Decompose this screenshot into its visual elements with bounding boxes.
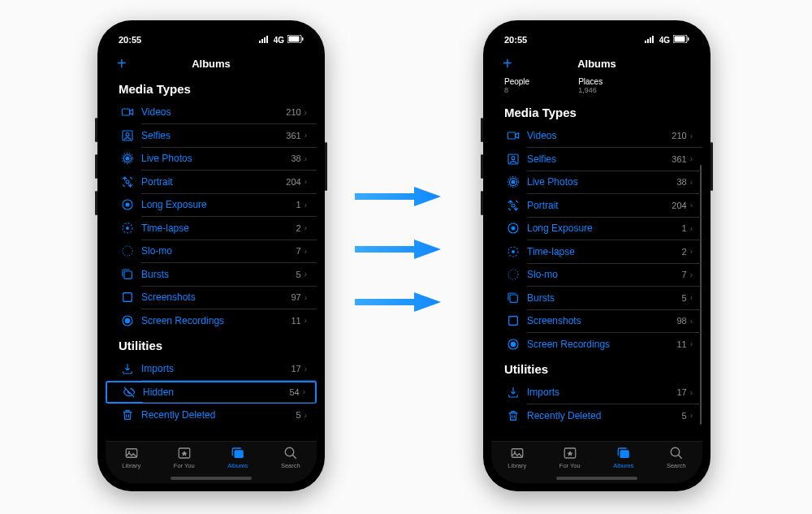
row-longexp[interactable]: Long Exposure1› [491,217,702,240]
row-recording[interactable]: Screen Recordings11› [491,333,702,356]
chevron-icon: › [304,270,307,279]
arrow-2 [353,240,443,259]
row-live[interactable]: Live Photos38› [106,147,317,171]
slomo-icon [504,268,522,281]
row-import[interactable]: Imports17› [106,357,317,381]
tab-for-you[interactable]: For You [174,446,195,469]
row-label: Long Exposure [136,199,296,210]
row-label: Long Exposure [522,222,682,234]
svg-point-42 [512,204,515,207]
row-recording[interactable]: Screen Recordings11› [106,309,317,333]
battery-icon [287,35,304,45]
row-screenshot[interactable]: Screenshots98› [491,309,702,333]
import-icon [504,386,522,399]
chevron-icon: › [690,247,693,256]
svg-rect-35 [688,37,689,41]
row-video[interactable]: Videos210› [491,124,702,148]
row-live[interactable]: Live Photos38› [491,171,702,194]
row-selfie[interactable]: Selfies361› [491,148,702,171]
tab-label: Library [508,462,526,469]
svg-rect-21 [123,293,132,302]
people-places-row[interactable]: People 8 Places 1,946 [491,76,702,99]
svg-rect-5 [289,37,300,42]
row-timelapse[interactable]: Time-lapse2› [491,240,702,264]
navbar-title: Albums [577,58,616,70]
tab-library[interactable]: Library [508,446,526,469]
live-icon [119,152,136,165]
row-trash[interactable]: Recently Deleted5› [106,404,317,427]
row-label: Recently Deleted [136,409,296,421]
row-label: Live Photos [522,176,676,188]
row-count: 5 [682,411,687,421]
arrow-3 [353,292,443,312]
row-count: 5 [296,410,301,420]
row-count: 5 [682,293,687,303]
row-count: 17 [291,364,300,374]
chevron-icon: › [304,293,307,302]
chevron-icon: › [304,247,307,256]
chevron-icon: › [303,387,305,396]
row-video[interactable]: Videos210› [106,101,317,124]
tab-albums[interactable]: Albums [227,446,248,469]
portrait-icon [119,175,136,188]
tab-label: For You [174,462,195,469]
home-indicator[interactable] [556,477,637,480]
content[interactable]: Media Types Videos210›Selfies361›Live Ph… [106,76,317,441]
chevron-icon: › [304,411,307,420]
tab-library[interactable]: Library [122,446,140,469]
screen-left: 20:55 4G + Albums Media Types Videos210›… [106,28,317,483]
chevron-icon: › [690,132,693,140]
tab-label: Search [281,462,300,469]
row-screenshot[interactable]: Screenshots97› [106,286,317,309]
people-count: 8 [504,86,529,94]
svg-point-28 [285,447,294,456]
row-hidden[interactable]: Hidden54› [106,381,317,404]
svg-point-52 [511,342,515,346]
svg-rect-19 [124,271,132,279]
row-count: 11 [291,316,300,326]
section-media-types: Media Types [106,76,317,101]
row-import[interactable]: Imports17› [491,381,702,404]
row-count: 204 [286,177,300,187]
network-label: 4G [659,36,670,45]
svg-point-47 [508,270,518,279]
svg-point-14 [126,203,129,206]
row-slomo[interactable]: Slo-mo7› [491,263,702,287]
tab-albums[interactable]: Albums [613,446,633,469]
row-longexp[interactable]: Long Exposure1› [106,193,317,217]
row-count: 7 [682,270,687,279]
chevron-icon: › [690,224,693,233]
row-selfie[interactable]: Selfies361› [106,124,317,148]
home-indicator[interactable] [171,477,252,480]
svg-rect-48 [510,295,517,302]
row-portrait[interactable]: Portrait204› [106,171,317,194]
status-right: 4G [259,35,304,45]
row-count: 361 [286,131,300,140]
row-count: 1 [296,200,301,209]
row-trash[interactable]: Recently Deleted5› [491,404,702,428]
svg-rect-7 [122,109,129,115]
add-button[interactable]: + [117,55,127,71]
row-bursts[interactable]: Bursts5› [106,263,317,287]
row-portrait[interactable]: Portrait204› [491,194,702,218]
content[interactable]: People 8 Places 1,946 Media Types Videos… [491,76,702,441]
chevron-icon: › [304,177,307,186]
svg-point-38 [512,156,515,159]
chevron-icon: › [690,178,693,187]
row-slomo[interactable]: Slo-mo7› [106,240,317,263]
svg-point-46 [512,250,515,253]
svg-rect-30 [647,39,649,43]
tab-search[interactable]: Search [667,446,686,469]
phone-left: 20:55 4G + Albums Media Types Videos210›… [97,20,325,491]
row-timelapse[interactable]: Time-lapse2› [106,217,317,240]
tab-for-you[interactable]: For You [559,446,581,469]
tab-icon [563,446,577,460]
row-label: Screenshots [136,292,291,303]
add-button[interactable]: + [503,55,512,71]
video-icon [504,129,522,142]
svg-rect-8 [123,131,132,140]
row-bursts[interactable]: Bursts5› [491,287,702,310]
row-label: Slo-mo [522,269,682,280]
tab-search[interactable]: Search [281,446,300,469]
chevron-icon: › [690,317,693,326]
